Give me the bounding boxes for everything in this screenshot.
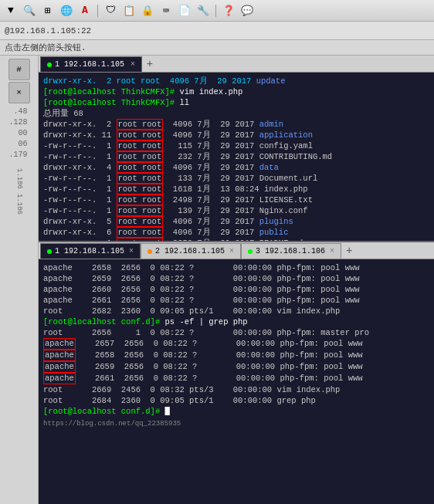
main-area: # × .48 .128 00 06 .179 1.106 1.106 1 19…: [0, 56, 434, 504]
toolbar: ▼ 🔍 ⊞ 🌐 A 🛡 📋 🔒 ⌨ 📄 🔧 ❓ 💬: [0, 0, 434, 22]
hint-text: 点击左侧的箭头按钮.: [5, 42, 86, 53]
lower-tab-close-2[interactable]: ×: [229, 247, 234, 255]
sep1: [97, 5, 98, 17]
doc-icon[interactable]: 📄: [177, 3, 192, 19]
clipboard-icon[interactable]: 📋: [121, 3, 137, 19]
grid-icon[interactable]: ⊞: [40, 3, 56, 19]
keyboard-icon[interactable]: ⌨: [158, 3, 174, 19]
lower-terminal: apache 2658 2656 0 08:22 ? 00:00:00 php-…: [39, 259, 434, 504]
upper-terminal: drwxr-xr-x. 2 root root 4096 7月 29 2017 …: [39, 73, 434, 242]
upper-tab-1[interactable]: 1 192.168.1.105 ×: [40, 56, 142, 72]
font-icon[interactable]: A: [77, 3, 93, 19]
right-area: 1 192.168.1.105 × + drwxr-xr-x. 2 root r…: [39, 56, 434, 504]
lock-icon[interactable]: 🔒: [140, 3, 155, 19]
lower-tab-close-3[interactable]: ×: [330, 247, 334, 255]
upper-tab-close-1[interactable]: ×: [131, 60, 135, 69]
lower-tab-dot-2: [147, 249, 152, 254]
sep2: [215, 5, 216, 17]
upper-tab-label-1: 1 192.168.1.105: [55, 60, 124, 69]
lower-tab-dot-3: [248, 249, 253, 254]
lower-tab-close-1[interactable]: ×: [129, 247, 134, 255]
gear-icon[interactable]: 🔧: [195, 3, 211, 19]
address-text: @192.168.1.105:22: [5, 26, 91, 36]
ip-suffix-2: .128: [8, 117, 27, 128]
lower-tab-2[interactable]: 2 192.168.1.105 ×: [141, 243, 241, 259]
globe-icon[interactable]: 🌐: [59, 3, 74, 19]
lower-tab-label-3: 3 192.168.1.106: [256, 247, 325, 255]
lower-tab-add[interactable]: +: [341, 243, 357, 259]
lower-tab-label-1: 1 192.168.1.105: [55, 247, 124, 255]
upper-tab-dot-1: [47, 63, 52, 67]
left-panel: # × .48 .128 00 06 .179 1.106 1.106: [0, 56, 39, 504]
lower-tab-3[interactable]: 3 192.168.1.106 ×: [241, 243, 341, 259]
upper-tab-add[interactable]: +: [142, 56, 158, 72]
address-bar: @192.168.1.105:22: [0, 22, 434, 40]
help-icon[interactable]: ❓: [221, 3, 236, 19]
menu-icon[interactable]: ▼: [3, 3, 19, 19]
ip-suffix-1: .48: [13, 107, 27, 117]
chat-icon[interactable]: 💬: [239, 3, 255, 19]
hint-bar: 点击左侧的箭头按钮.: [0, 40, 434, 56]
search-icon[interactable]: 🔍: [22, 3, 37, 19]
close-icon[interactable]: ×: [8, 82, 30, 103]
pin-icon[interactable]: #: [8, 59, 30, 80]
upper-tabs: 1 192.168.1.105 × +: [39, 56, 434, 73]
lower-tab-1[interactable]: 1 192.168.1.105 ×: [40, 243, 141, 259]
ip-label-2: 1.106: [15, 194, 23, 215]
ip-suffix-5: .179: [8, 150, 27, 161]
ip-label-1: 1.106: [15, 168, 23, 189]
lower-tab-label-2: 2 192.168.1.105: [155, 247, 225, 255]
ip-suffix-3: 00: [18, 128, 27, 139]
left-numbers: .48 .128 00 06 .179: [8, 105, 29, 161]
lower-section: 1 192.168.1.105 × 2 192.168.1.105 × 3 19…: [39, 242, 434, 504]
lower-tabs: 1 192.168.1.105 × 2 192.168.1.105 × 3 19…: [39, 242, 434, 259]
lower-tab-dot-1: [47, 249, 52, 254]
shield-icon[interactable]: 🛡: [103, 3, 118, 19]
ip-suffix-4: 06: [18, 139, 27, 150]
